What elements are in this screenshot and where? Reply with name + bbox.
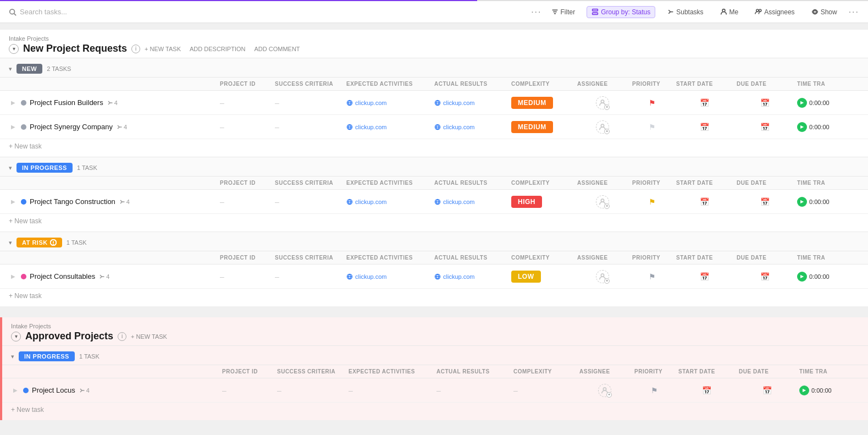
play-button[interactable]: ▶ bbox=[799, 386, 809, 395]
expected-activities-cell[interactable]: clickup.com bbox=[344, 195, 432, 208]
due-date-cell[interactable]: 📅 bbox=[734, 269, 795, 284]
group-toggle-in-progress[interactable]: ▾ bbox=[9, 164, 12, 172]
due-date-cell[interactable]: 📅 bbox=[737, 383, 797, 398]
new-task-row[interactable]: + New task bbox=[0, 214, 868, 232]
more-options-icon[interactable]: ··· bbox=[531, 7, 541, 17]
group-toggle-approved[interactable]: ▾ bbox=[11, 353, 14, 360]
start-date-cell[interactable]: 📅 bbox=[674, 194, 734, 210]
assignee-avatar[interactable]: + bbox=[596, 195, 609, 208]
th-expected-activities: EXPECTED ACTIVITIES bbox=[344, 251, 432, 264]
new-task-row[interactable]: + New task bbox=[0, 289, 868, 306]
search-bar[interactable]: Search tasks... bbox=[9, 8, 527, 16]
th-task-name bbox=[9, 177, 218, 189]
show-button[interactable]: Show bbox=[806, 6, 842, 18]
th-assignee: ASSIGNEE bbox=[577, 365, 632, 378]
expand-icon[interactable]: ▶ bbox=[11, 100, 18, 106]
timer-cell[interactable]: ▶ 0:00:00 bbox=[795, 194, 844, 210]
play-button[interactable]: ▶ bbox=[797, 98, 807, 108]
new-task-row[interactable]: + New task bbox=[2, 403, 868, 420]
due-date-cell[interactable]: 📅 bbox=[734, 194, 795, 210]
timer-cell[interactable]: ▶ 0:00:00 bbox=[795, 268, 844, 285]
section-title: New Project Requests bbox=[23, 43, 127, 54]
add-assignee-icon[interactable]: + bbox=[606, 392, 612, 398]
table-row: ▶ Project Synergy Company 4 – – clickup.… bbox=[0, 115, 868, 139]
group-toggle-new[interactable]: ▾ bbox=[9, 65, 12, 73]
group-by-button[interactable]: Group by: Status bbox=[587, 6, 655, 18]
expand-icon[interactable]: ▶ bbox=[11, 124, 18, 130]
add-description-button[interactable]: ADD DESCRIPTION bbox=[190, 46, 245, 52]
th-project-id: PROJECT ID bbox=[218, 251, 273, 264]
add-assignee-icon[interactable]: + bbox=[604, 203, 610, 209]
start-date-cell[interactable]: 📅 bbox=[674, 269, 734, 284]
subtask-icon bbox=[79, 387, 85, 394]
task-name[interactable]: Project Consultables bbox=[30, 272, 95, 280]
add-assignee-icon[interactable]: + bbox=[604, 278, 610, 284]
expand-icon[interactable]: ▶ bbox=[11, 273, 18, 279]
assignee-avatar[interactable]: + bbox=[596, 270, 609, 283]
more-actions-icon[interactable]: ··· bbox=[849, 7, 859, 17]
start-date-cell[interactable]: 📅 bbox=[674, 95, 734, 111]
actual-results-cell[interactable]: clickup.com bbox=[432, 120, 509, 134]
subtask-count: 4 bbox=[98, 273, 109, 280]
actual-results-cell[interactable]: clickup.com bbox=[432, 270, 509, 283]
start-date-cell[interactable]: 📅 bbox=[676, 383, 737, 398]
new-task-row[interactable]: + New task bbox=[0, 139, 868, 157]
breadcrumb: Intake Projects bbox=[9, 35, 859, 42]
assignee-avatar[interactable]: + bbox=[596, 120, 609, 134]
th-complexity: COMPLEXITY bbox=[509, 78, 575, 90]
section-collapse-toggle[interactable]: ▾ bbox=[9, 44, 19, 54]
assignee-cell[interactable]: + bbox=[575, 192, 630, 212]
group-in-progress-header: ▾ IN PROGRESS 1 TASK bbox=[0, 157, 868, 176]
timer-cell[interactable]: ▶ 0:00:00 bbox=[797, 382, 847, 399]
filter-button[interactable]: Filter bbox=[546, 6, 580, 18]
expand-icon[interactable]: ▶ bbox=[13, 387, 20, 393]
timer-cell[interactable]: ▶ 0:00:00 bbox=[795, 95, 844, 111]
assignee-cell[interactable]: + bbox=[575, 93, 630, 113]
task-name[interactable]: Project Locus bbox=[32, 386, 75, 394]
info-icon[interactable]: i bbox=[131, 45, 140, 53]
show-icon bbox=[811, 8, 819, 15]
actual-results-cell[interactable]: clickup.com bbox=[432, 96, 509, 109]
assignee-avatar[interactable]: + bbox=[596, 96, 609, 109]
assignee-cell[interactable]: + bbox=[575, 267, 630, 287]
expected-activities-cell[interactable]: clickup.com bbox=[344, 270, 432, 283]
new-task-button[interactable]: + NEW TASK bbox=[145, 46, 181, 52]
group-icon bbox=[591, 8, 599, 15]
play-button[interactable]: ▶ bbox=[797, 122, 807, 132]
subtasks-button[interactable]: Subtasks bbox=[662, 6, 708, 18]
timer-value: 0:00:00 bbox=[809, 273, 830, 280]
due-date-cell[interactable]: 📅 bbox=[734, 119, 795, 135]
expected-activities-cell[interactable]: clickup.com bbox=[344, 96, 432, 109]
task-name[interactable]: Project Synergy Company bbox=[30, 123, 113, 131]
task-name[interactable]: Project Tango Construction bbox=[30, 197, 115, 206]
th-assignee: ASSIGNEE bbox=[575, 177, 630, 189]
assignees-button[interactable]: Assignees bbox=[750, 6, 799, 18]
task-count-in-progress: 1 TASK bbox=[77, 164, 97, 171]
search-placeholder: Search tasks... bbox=[20, 8, 67, 16]
start-date-cell[interactable]: 📅 bbox=[674, 119, 734, 135]
task-name-cell: ▶ Project Consultables 4 bbox=[9, 269, 218, 284]
add-assignee-icon[interactable]: + bbox=[604, 104, 610, 110]
task-name[interactable]: Project Fusion Builders bbox=[30, 98, 103, 107]
complexity-badge: MEDIUM bbox=[511, 121, 553, 133]
assignee-cell[interactable]: + bbox=[577, 381, 632, 400]
group-toggle-at-risk[interactable]: ▾ bbox=[9, 239, 12, 246]
play-button[interactable]: ▶ bbox=[797, 197, 807, 207]
expected-activities-cell[interactable]: clickup.com bbox=[344, 120, 432, 134]
th-success-criteria: SUCCESS CRITERIA bbox=[273, 177, 344, 189]
complexity-badge: MEDIUM bbox=[511, 97, 553, 109]
assignee-avatar[interactable]: + bbox=[598, 384, 611, 397]
add-assignee-icon[interactable]: + bbox=[604, 129, 610, 134]
section-collapse-toggle[interactable]: ▾ bbox=[11, 332, 21, 342]
actual-results-cell[interactable]: clickup.com bbox=[432, 195, 509, 208]
task-dot bbox=[23, 388, 29, 393]
play-button[interactable]: ▶ bbox=[797, 272, 807, 282]
expand-icon[interactable]: ▶ bbox=[11, 199, 18, 205]
timer-cell[interactable]: ▶ 0:00:00 bbox=[795, 119, 844, 135]
add-comment-button[interactable]: ADD COMMENT bbox=[254, 46, 300, 52]
info-icon[interactable]: i bbox=[118, 332, 126, 341]
assignee-cell[interactable]: + bbox=[575, 117, 630, 137]
due-date-cell[interactable]: 📅 bbox=[734, 95, 795, 111]
me-button[interactable]: Me bbox=[715, 6, 744, 18]
new-task-button[interactable]: + NEW TASK bbox=[131, 333, 167, 340]
